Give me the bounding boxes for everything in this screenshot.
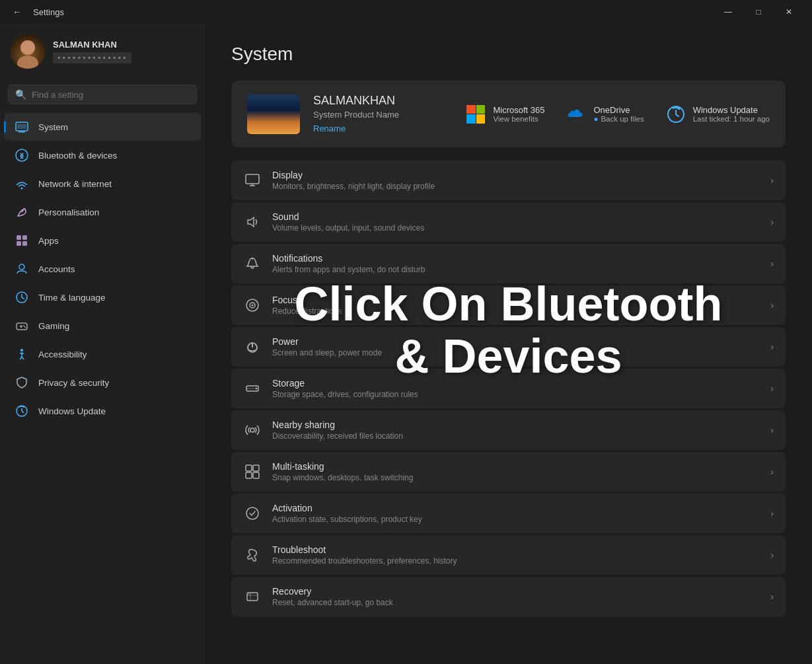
display-title: Display	[272, 170, 760, 180]
svg-rect-20	[246, 174, 259, 184]
notifications-subtitle: Alerts from apps and system, do not dist…	[272, 265, 760, 274]
troubleshoot-title: Troubleshoot	[272, 544, 760, 555]
settings-row-power[interactable]: Power Screen and sleep, power mode ›	[231, 327, 786, 367]
multitasking-chevron: ›	[770, 466, 774, 477]
recovery-icon	[243, 587, 262, 606]
sidebar-item-bluetooth-label: Bluetooth & devices	[38, 151, 117, 161]
accounts-icon	[15, 262, 29, 276]
sidebar-item-accessibility-label: Accessibility	[38, 350, 87, 359]
troubleshoot-text: Troubleshoot Recommended troubleshooters…	[272, 544, 760, 566]
service-onedrive[interactable]: OneDrive ●Back up files	[566, 104, 644, 125]
back-button[interactable]: ←	[8, 3, 26, 21]
search-input[interactable]	[32, 90, 190, 100]
svg-point-24	[252, 305, 254, 307]
sidebar-item-windowsupdate[interactable]: Windows Update	[4, 397, 201, 425]
svg-rect-30	[253, 465, 259, 471]
recovery-text: Recovery Reset, advanced start-up, go ba…	[272, 586, 760, 607]
settings-row-recovery[interactable]: Recovery Reset, advanced start-up, go ba…	[231, 577, 786, 616]
power-icon	[243, 338, 262, 356]
search-box[interactable]: 🔍	[8, 85, 197, 104]
power-chevron: ›	[770, 342, 774, 352]
svg-rect-29	[246, 465, 252, 471]
service-windowsupdate[interactable]: Windows Update Last ticked: 1 hour ago	[665, 104, 770, 125]
svg-point-27	[256, 388, 258, 390]
display-chevron: ›	[770, 175, 774, 186]
svg-rect-8	[17, 235, 21, 240]
activation-text: Activation Activation state, subscriptio…	[272, 503, 760, 524]
svg-point-12	[19, 264, 24, 270]
sidebar-item-network[interactable]: Network & internet	[4, 170, 201, 198]
svg-point-16	[24, 326, 26, 328]
nearby-title: Nearby sharing	[272, 420, 760, 430]
minimize-button[interactable]: —	[713, 0, 743, 24]
profile-thumbnail	[247, 94, 300, 134]
svg-rect-31	[246, 472, 252, 478]
nearby-text: Nearby sharing Discoverability, received…	[272, 420, 760, 441]
sidebar-item-accessibility[interactable]: Accessibility	[4, 340, 201, 368]
focus-subtitle: Reduce distractions	[272, 307, 760, 316]
profile-username: SALMANKHAN	[313, 94, 452, 108]
sidebar-item-accounts[interactable]: Accounts	[4, 255, 201, 283]
user-profile[interactable]: SALMAN KHAN ••••••••••••••	[0, 24, 205, 79]
settings-row-notifications[interactable]: Notifications Alerts from apps and syste…	[231, 244, 786, 283]
sidebar-item-personalisation[interactable]: Personalisation	[4, 198, 201, 226]
settings-list: Display Monitors, brightness, night ligh…	[231, 161, 786, 616]
sidebar-item-privacy-label: Privacy & security	[38, 378, 109, 388]
svg-rect-32	[253, 472, 259, 478]
accessibility-icon	[15, 347, 29, 361]
ms365-info: Microsoft 365 View benefits	[493, 105, 544, 123]
focus-title: Focus	[272, 295, 760, 305]
activation-title: Activation	[272, 503, 760, 513]
profile-rename[interactable]: Rename	[313, 124, 346, 133]
privacy-icon	[15, 375, 29, 390]
svg-point-28	[250, 428, 254, 432]
display-text: Display Monitors, brightness, night ligh…	[272, 170, 760, 191]
recovery-subtitle: Reset, advanced start-up, go back	[272, 598, 760, 607]
sidebar-nav: System Bluetooth & devices	[0, 112, 205, 425]
sound-title: Sound	[272, 211, 760, 222]
sidebar-item-system[interactable]: System	[4, 113, 201, 141]
onedrive-dot: ●	[593, 115, 598, 123]
settings-row-multitasking[interactable]: Multi-tasking Snap windows, desktops, ta…	[231, 452, 786, 492]
settings-row-nearby[interactable]: Nearby sharing Discoverability, received…	[231, 410, 786, 450]
focus-icon	[243, 296, 262, 314]
storage-icon	[243, 379, 262, 398]
svg-point-15	[23, 325, 24, 326]
sidebar-item-time[interactable]: Time & language	[4, 283, 201, 311]
settings-row-activation[interactable]: Activation Activation state, subscriptio…	[231, 494, 786, 533]
titlebar-left: ← Settings	[8, 3, 64, 21]
sidebar-item-bluetooth[interactable]: Bluetooth & devices	[4, 141, 201, 169]
sidebar-item-time-label: Time & language	[38, 293, 106, 303]
onedrive-desc: ●Back up files	[593, 115, 644, 123]
onedrive-name: OneDrive	[593, 105, 644, 115]
svg-rect-10	[17, 241, 21, 246]
sound-chevron: ›	[770, 217, 774, 227]
focus-text: Focus Reduce distractions	[272, 295, 760, 316]
storage-chevron: ›	[770, 383, 774, 394]
onedrive-icon	[566, 104, 587, 125]
system-icon	[15, 120, 29, 134]
profile-subtitle: System Product Name	[313, 110, 452, 120]
windowsupdate-icon	[15, 404, 29, 418]
maximize-button[interactable]: □	[743, 0, 774, 24]
notifications-chevron: ›	[770, 258, 774, 269]
settings-row-focus[interactable]: Focus Reduce distractions ›	[231, 285, 786, 325]
svg-point-33	[246, 507, 258, 519]
settings-row-troubleshoot[interactable]: Troubleshoot Recommended troubleshooters…	[231, 535, 786, 575]
profile-services: Microsoft 365 View benefits OneDr	[465, 104, 770, 125]
svg-point-17	[20, 349, 23, 351]
settings-row-display[interactable]: Display Monitors, brightness, night ligh…	[231, 161, 786, 200]
sidebar-item-privacy[interactable]: Privacy & security	[4, 369, 201, 396]
settings-row-storage[interactable]: Storage Storage space, drives, configura…	[231, 369, 786, 408]
service-ms365[interactable]: Microsoft 365 View benefits	[465, 104, 544, 125]
sidebar-item-gaming[interactable]: Gaming	[4, 312, 201, 340]
close-button[interactable]: ✕	[774, 0, 804, 24]
notifications-title: Notifications	[272, 253, 760, 264]
settings-row-sound[interactable]: Sound Volume levels, output, input, soun…	[231, 202, 786, 242]
user-info: SALMAN KHAN ••••••••••••••	[53, 40, 131, 63]
sound-icon	[243, 213, 262, 231]
notifications-text: Notifications Alerts from apps and syste…	[272, 253, 760, 274]
multitasking-subtitle: Snap windows, desktops, task switching	[272, 473, 760, 482]
sidebar-item-apps[interactable]: Apps	[4, 227, 201, 254]
svg-rect-9	[22, 235, 27, 240]
